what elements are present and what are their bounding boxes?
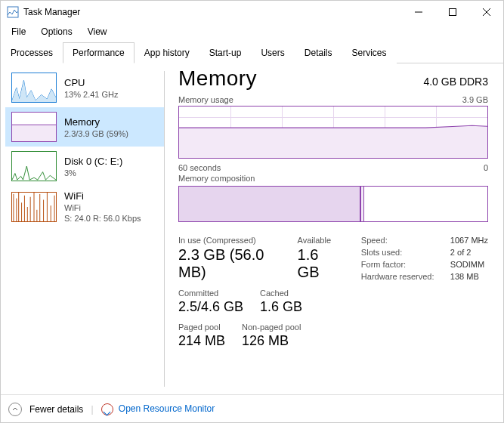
sidebar-sub: 3% bbox=[64, 168, 122, 178]
sidebar-sub: WiFi bbox=[64, 203, 141, 212]
chevron-up-icon[interactable] bbox=[8, 403, 22, 416]
tab-performance[interactable]: Performance bbox=[63, 42, 135, 63]
fewer-details-link[interactable]: Fewer details bbox=[29, 404, 83, 415]
stat-label: Available bbox=[298, 236, 339, 245]
maximize-button[interactable] bbox=[435, 1, 469, 23]
usage-xright: 0 bbox=[484, 163, 488, 172]
tab-processes[interactable]: Processes bbox=[1, 42, 63, 63]
tab-services[interactable]: Services bbox=[342, 42, 396, 63]
stat-nonpaged: Non-paged pool 126 MB bbox=[242, 323, 301, 349]
stat-available: Available 1.6 GB bbox=[298, 236, 339, 281]
tab-start-up[interactable]: Start-up bbox=[199, 42, 252, 63]
minimize-button[interactable] bbox=[401, 1, 435, 23]
info-val: 1067 MHz bbox=[450, 236, 488, 245]
info-key: Hardware reserved: bbox=[361, 272, 443, 281]
sidebar-sub2: S: 24.0 R: 56.0 Kbps bbox=[64, 214, 141, 223]
content: CPU 13% 2.41 GHz Memory 2.3/3.9 GB (59%)… bbox=[1, 63, 503, 394]
tab-details[interactable]: Details bbox=[295, 42, 342, 63]
main-header: Memory 4.0 GB DDR3 bbox=[178, 66, 488, 91]
wifi-thumb bbox=[11, 192, 57, 222]
menu-options[interactable]: Options bbox=[35, 25, 78, 39]
stat-cached: Cached 1.6 GB bbox=[260, 289, 302, 315]
stats-left: In use (Compressed) 2.3 GB (56.0 MB) Ava… bbox=[178, 236, 339, 357]
info-val: 138 MB bbox=[450, 272, 479, 281]
sidebar-sub: 2.3/3.9 GB (59%) bbox=[64, 129, 128, 138]
footer-separator: | bbox=[91, 404, 93, 415]
stat-label: Cached bbox=[260, 289, 302, 298]
usage-xleft: 60 seconds bbox=[178, 163, 221, 172]
tab-app-history[interactable]: App history bbox=[135, 42, 199, 63]
memory-text: Memory 2.3/3.9 GB (59%) bbox=[64, 116, 128, 138]
usage-chart bbox=[178, 106, 488, 159]
stat-label: In use (Compressed) bbox=[178, 236, 281, 245]
window-controls bbox=[401, 1, 503, 23]
menubar: File Options View bbox=[1, 23, 503, 40]
stat-label: Non-paged pool bbox=[242, 323, 301, 332]
stat-label: Paged pool bbox=[178, 323, 225, 332]
svg-marker-21 bbox=[179, 125, 487, 158]
sidebar-label: WiFi bbox=[64, 190, 141, 202]
close-button[interactable] bbox=[469, 1, 503, 23]
stat-committed: Committed 2.5/4.6 GB bbox=[178, 289, 243, 315]
sidebar-item-disk[interactable]: Disk 0 (C: E:) 3% bbox=[5, 147, 164, 186]
usage-chart-labels: Memory usage 3.9 GB bbox=[178, 95, 488, 104]
app-icon bbox=[7, 6, 19, 18]
menu-file[interactable]: File bbox=[5, 25, 32, 39]
window-title: Task Manager bbox=[23, 7, 401, 17]
tab-users[interactable]: Users bbox=[251, 42, 294, 63]
stat-value: 1.6 GB bbox=[298, 246, 339, 281]
resource-monitor-label: Open Resource Monitor bbox=[119, 403, 215, 414]
stat-value: 126 MB bbox=[242, 333, 301, 349]
sidebar-item-wifi[interactable]: WiFi WiFi S: 24.0 R: 56.0 Kbps bbox=[5, 186, 164, 227]
stat-value: 1.6 GB bbox=[260, 299, 302, 315]
info-key: Form factor: bbox=[361, 260, 443, 269]
info-key: Speed: bbox=[361, 236, 443, 245]
composition-label-row: Memory composition bbox=[178, 174, 488, 183]
stat-value: 2.3 GB (56.0 MB) bbox=[178, 246, 281, 281]
titlebar: Task Manager bbox=[1, 1, 503, 23]
wifi-text: WiFi WiFi S: 24.0 R: 56.0 Kbps bbox=[64, 190, 141, 223]
sidebar-label: Memory bbox=[64, 116, 128, 128]
sidebar-item-cpu[interactable]: CPU 13% 2.41 GHz bbox=[5, 68, 164, 107]
sidebar-label: CPU bbox=[64, 77, 119, 88]
disk-thumb bbox=[11, 151, 57, 181]
sidebar: CPU 13% 2.41 GHz Memory 2.3/3.9 GB (59%)… bbox=[1, 63, 164, 394]
memory-thumb bbox=[11, 112, 57, 142]
footer: Fewer details | Open Resource Monitor bbox=[1, 394, 503, 423]
composition-label: Memory composition bbox=[178, 174, 255, 183]
sidebar-item-memory[interactable]: Memory 2.3/3.9 GB (59%) bbox=[5, 107, 164, 147]
svg-rect-5 bbox=[12, 125, 56, 141]
stat-inuse: In use (Compressed) 2.3 GB (56.0 MB) bbox=[178, 236, 281, 281]
stat-label: Committed bbox=[178, 289, 243, 298]
tab-strip: Processes Performance App history Start-… bbox=[1, 42, 503, 63]
composition-chart bbox=[178, 186, 488, 222]
usage-max: 3.9 GB bbox=[462, 95, 488, 104]
disk-text: Disk 0 (C: E:) 3% bbox=[64, 156, 122, 178]
cpu-text: CPU 13% 2.41 GHz bbox=[64, 77, 119, 99]
cpu-thumb bbox=[11, 73, 57, 103]
info-key: Slots used: bbox=[361, 248, 443, 257]
sidebar-sub: 13% 2.41 GHz bbox=[64, 90, 119, 99]
page-title: Memory bbox=[178, 66, 257, 91]
resource-monitor-icon bbox=[101, 403, 113, 415]
sidebar-label: Disk 0 (C: E:) bbox=[64, 156, 122, 167]
info-table: Speed:1067 MHz Slots used:2 of 2 Form fa… bbox=[361, 236, 488, 357]
usage-x-labels: 60 seconds 0 bbox=[178, 163, 488, 172]
stat-value: 2.5/4.6 GB bbox=[178, 299, 243, 315]
open-resource-monitor-link[interactable]: Open Resource Monitor bbox=[101, 403, 215, 415]
svg-rect-2 bbox=[449, 9, 456, 16]
usage-label: Memory usage bbox=[178, 95, 233, 104]
stats: In use (Compressed) 2.3 GB (56.0 MB) Ava… bbox=[178, 236, 488, 357]
info-val: SODIMM bbox=[450, 260, 484, 269]
stat-paged: Paged pool 214 MB bbox=[178, 323, 225, 349]
memory-summary: 4.0 GB DDR3 bbox=[423, 76, 488, 88]
main-panel: Memory 4.0 GB DDR3 Memory usage 3.9 GB 6… bbox=[165, 63, 503, 394]
stat-value: 214 MB bbox=[178, 333, 225, 349]
info-val: 2 of 2 bbox=[450, 248, 472, 257]
menu-view[interactable]: View bbox=[82, 25, 113, 39]
